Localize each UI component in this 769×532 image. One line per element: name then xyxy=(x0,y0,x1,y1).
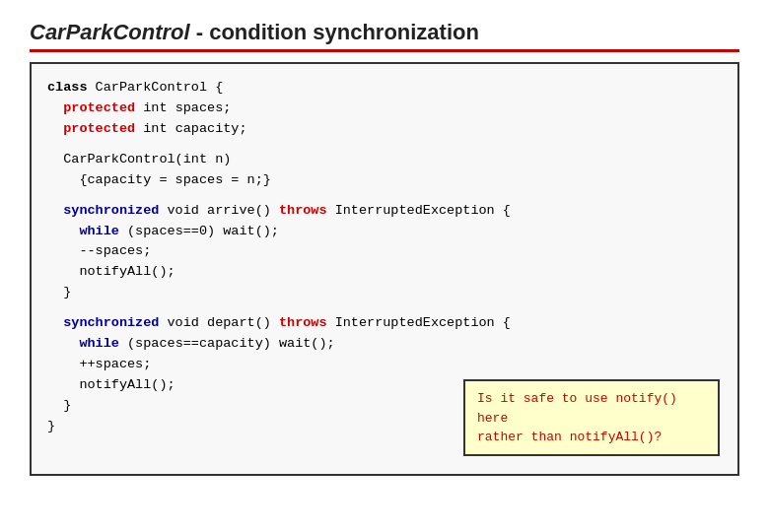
tooltip-line1: Is it safe to use notify() here xyxy=(477,391,677,425)
code-line-12: } xyxy=(47,283,722,303)
page-title: CarParkControl - condition synchronizati… xyxy=(30,20,739,45)
code-line-14: synchronized void depart() throws Interr… xyxy=(47,313,722,334)
code-line-2: protected int spaces; xyxy=(47,99,722,119)
title-rest: - condition synchronization xyxy=(190,20,479,44)
code-line-16: ++spaces; xyxy=(47,355,722,375)
tooltip-code2: notifyAll() xyxy=(570,430,655,444)
tooltip-box: Is it safe to use notify() here rather t… xyxy=(463,379,720,456)
code-line-6: {capacity = spaces = n;} xyxy=(47,170,722,191)
tooltip-line2: rather than notifyAll()? xyxy=(477,430,662,444)
code-line-9: while (spaces==0) wait(); xyxy=(47,222,722,242)
code-block: class CarParkControl { protected int spa… xyxy=(30,62,739,476)
code-line-1: class CarParkControl { xyxy=(47,78,722,99)
code-line-8: synchronized void arrive() throws Interr… xyxy=(47,201,722,222)
page-container: CarParkControl - condition synchronizati… xyxy=(0,0,769,532)
title-underline xyxy=(30,49,739,52)
code-line-15: while (spaces==capacity) wait(); xyxy=(47,334,722,355)
code-line-5: CarParkControl(int n) xyxy=(47,150,722,170)
title-area: CarParkControl - condition synchronizati… xyxy=(30,20,739,52)
tooltip-code1: notify() xyxy=(615,391,676,406)
blank-1 xyxy=(47,140,722,150)
blank-3 xyxy=(47,303,722,313)
code-line-10: --spaces; xyxy=(47,241,722,262)
blank-2 xyxy=(47,191,722,201)
code-line-3: protected int capacity; xyxy=(47,119,722,140)
title-classname: CarParkControl xyxy=(30,20,190,44)
code-line-11: notifyAll(); xyxy=(47,262,722,283)
